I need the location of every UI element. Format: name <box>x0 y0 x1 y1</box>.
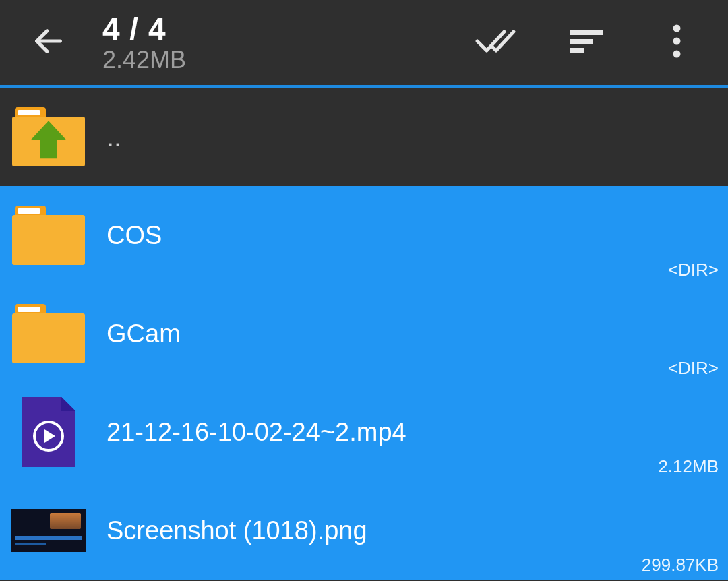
select-all-button[interactable] <box>472 18 520 67</box>
video-file-icon <box>8 396 89 468</box>
app-bar: 4 / 4 2.42MB <box>0 0 728 88</box>
selection-summary: 4 / 4 2.42MB <box>102 11 472 74</box>
svg-rect-2 <box>570 39 593 44</box>
svg-marker-7 <box>31 121 66 158</box>
parent-dir-row[interactable]: .. <box>0 88 728 186</box>
file-meta: 299.87KB <box>642 555 719 576</box>
file-name: .. <box>107 122 720 152</box>
file-meta: 2.12MB <box>658 456 719 477</box>
file-name: 21-12-16-10-02-24~2.mp4 <box>107 418 720 447</box>
file-name: Screenshot (1018).png <box>107 516 720 545</box>
sort-icon <box>569 28 604 57</box>
file-name: GCam <box>107 319 720 348</box>
folder-icon <box>8 297 89 370</box>
folder-row[interactable]: GCam <DIR> <box>0 284 728 383</box>
arrow-left-icon <box>31 24 66 61</box>
selection-count: 4 / 4 <box>102 11 472 47</box>
svg-point-6 <box>673 51 681 58</box>
folder-row[interactable]: COS <DIR> <box>0 186 728 284</box>
svg-point-5 <box>673 38 681 45</box>
svg-rect-1 <box>570 30 603 35</box>
file-row[interactable]: 21-12-16-10-02-24~2.mp4 2.12MB <box>0 383 728 481</box>
double-check-icon <box>475 25 518 60</box>
file-name: COS <box>107 221 720 250</box>
file-list: .. COS <DIR> GCam <DIR> 21-12-16-10-02-2… <box>0 88 728 580</box>
sort-button[interactable] <box>562 18 611 67</box>
selection-size: 2.42MB <box>102 46 472 74</box>
folder-icon <box>8 199 89 272</box>
overflow-menu-button[interactable] <box>653 18 701 67</box>
file-meta: <DIR> <box>668 358 719 379</box>
file-row[interactable]: Screenshot (1018).png 299.87KB <box>0 481 728 580</box>
svg-rect-3 <box>570 48 584 53</box>
action-bar <box>472 18 709 67</box>
file-meta: <DIR> <box>668 259 719 280</box>
folder-up-icon <box>8 100 89 173</box>
svg-point-4 <box>673 25 681 32</box>
back-button[interactable] <box>24 18 73 67</box>
more-vert-icon <box>672 24 681 61</box>
image-thumbnail <box>8 494 89 567</box>
